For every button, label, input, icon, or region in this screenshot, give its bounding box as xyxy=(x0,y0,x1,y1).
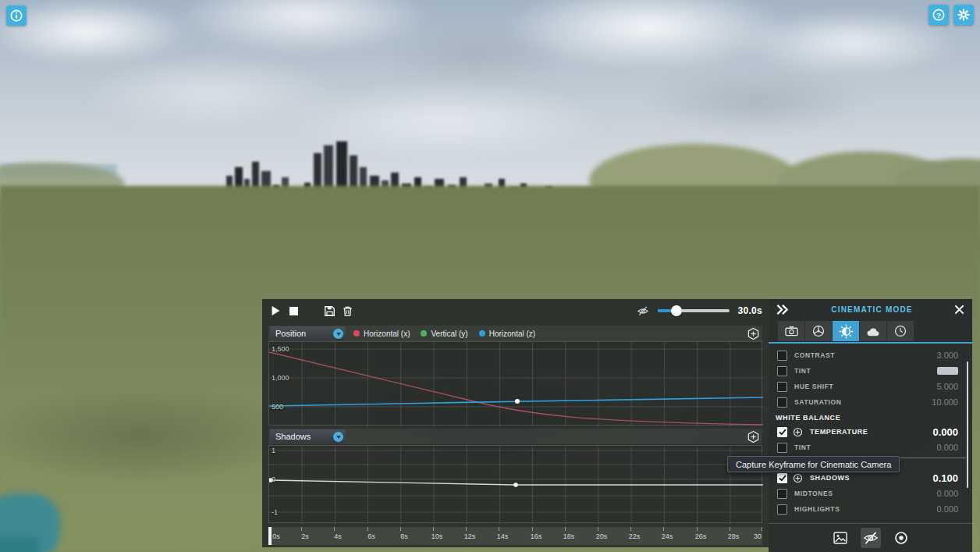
tab-effects[interactable] xyxy=(805,321,832,341)
image-icon xyxy=(833,531,848,545)
white-balance-header: WHITE BALANCE xyxy=(769,411,972,424)
capture-keyframe-button[interactable] xyxy=(891,528,911,548)
check-icon xyxy=(779,475,786,482)
time-tick-label: 0s xyxy=(272,532,280,540)
add-keyframe-button[interactable] xyxy=(746,326,760,340)
setting-label: CONTRAST xyxy=(794,351,835,359)
time-tick-label: 10s xyxy=(431,532,443,540)
tint-checkbox[interactable] xyxy=(777,366,787,376)
info-icon xyxy=(9,9,23,23)
setting-label: TINT xyxy=(794,443,811,451)
position-legend: Horizontal (x) Vertical (y) Horizontal (… xyxy=(353,329,535,338)
keyframe-record-icon[interactable] xyxy=(792,472,803,483)
time-tick-label: 6s xyxy=(368,532,375,540)
midtones-checkbox[interactable] xyxy=(777,489,787,499)
highlights-checkbox[interactable] xyxy=(777,504,787,515)
play-button[interactable] xyxy=(268,304,282,318)
double-chevron-right-icon xyxy=(775,304,790,315)
temperature-checkbox[interactable] xyxy=(777,427,787,437)
gear-icon xyxy=(957,8,971,22)
y-axis-tick: 1,000 xyxy=(272,374,289,382)
mode-tabs xyxy=(778,321,914,341)
hexagon-plus-icon xyxy=(747,430,760,443)
legend-label: Horizontal (z) xyxy=(489,329,535,338)
transport-bar: 30.0s xyxy=(262,299,769,322)
info-button[interactable] xyxy=(6,5,27,26)
duration-slider-handle[interactable] xyxy=(671,305,682,316)
y-axis-tick: 1,500 xyxy=(272,345,289,353)
dropdown-value: Position xyxy=(270,329,333,338)
tab-time[interactable] xyxy=(887,321,914,341)
shadows-track-dropdown[interactable]: Shadows xyxy=(270,429,346,443)
active-tab-underline xyxy=(769,342,972,344)
setting-row-saturation: SATURATION 10.000 xyxy=(769,394,972,410)
time-tick-label: 2s xyxy=(301,532,309,540)
setting-row-tint: TINT xyxy=(769,363,972,379)
y-axis-tick: -1 xyxy=(272,508,278,516)
panel-footer-buttons xyxy=(769,523,972,552)
setting-row-temperature: TEMPERATURE 0.000 xyxy=(769,424,972,440)
aperture-icon xyxy=(811,324,826,338)
time-tick-label: 26s xyxy=(695,532,707,540)
setting-row-shadows: SHADOWS 0.100 xyxy=(769,470,972,486)
tab-camera[interactable] xyxy=(778,321,804,341)
close-icon xyxy=(954,304,964,315)
tint-color-swatch[interactable] xyxy=(937,367,958,375)
tooltip: Capture Keyframe for Cinematic Camera xyxy=(727,456,900,472)
duration-slider[interactable] xyxy=(658,309,730,312)
shore-water xyxy=(0,537,39,552)
setting-value: 5.000 xyxy=(936,382,958,391)
screenshot-button[interactable] xyxy=(830,528,850,548)
tab-weather[interactable] xyxy=(860,321,886,341)
position-track-dropdown[interactable]: Position xyxy=(270,326,346,340)
save-icon xyxy=(324,305,336,317)
setting-label: SATURATION xyxy=(794,398,841,406)
y-axis-tick: 0 xyxy=(272,475,275,483)
shadows-checkbox[interactable] xyxy=(777,473,787,483)
legend-label: Horizontal (x) xyxy=(364,329,410,338)
timeline-ruler[interactable]: 0s 2s 4s 6s 8s 10s 12s 14s 16s 18s 20s 2… xyxy=(268,527,762,545)
setting-row-wb-tint: TINT 0.000 xyxy=(769,440,972,455)
setting-row-contrast: CONTRAST 3.000 xyxy=(769,347,972,363)
collapse-panel-button[interactable] xyxy=(773,302,792,318)
hue-shift-checkbox[interactable] xyxy=(777,382,787,392)
shadows-curve-plot[interactable]: 1 0 -1 xyxy=(268,445,762,523)
time-tick-label: 4s xyxy=(334,532,342,540)
add-keyframe-button[interactable] xyxy=(746,429,760,443)
y-axis-tick: 500 xyxy=(272,403,283,411)
setting-label: TINT xyxy=(794,367,811,375)
duration-controls: 30.0s xyxy=(636,304,769,318)
chevron-down-icon xyxy=(333,432,343,442)
stop-button[interactable] xyxy=(286,304,300,318)
position-curve-plot[interactable]: 1,500 1,000 500 xyxy=(268,341,762,426)
position-curves xyxy=(269,342,763,426)
legend-item: Horizontal (x) xyxy=(353,329,410,338)
saturation-checkbox[interactable] xyxy=(777,397,787,408)
brightness-contrast-icon xyxy=(839,324,854,339)
hide-ui-button[interactable] xyxy=(636,304,650,318)
hide-overlay-button[interactable] xyxy=(861,528,881,548)
setting-label: HIGHLIGHTS xyxy=(794,505,840,513)
contrast-checkbox[interactable] xyxy=(777,351,787,361)
delete-button[interactable] xyxy=(340,304,354,318)
legend-label: Vertical (y) xyxy=(431,329,467,338)
trash-icon xyxy=(342,305,353,317)
eye-off-icon xyxy=(637,304,649,317)
tab-color-adjustments[interactable] xyxy=(833,321,859,341)
panel-title: CINEMATIC MODE xyxy=(792,305,952,314)
help-button[interactable]: ? xyxy=(929,5,949,25)
panel-scrollbar[interactable] xyxy=(967,361,968,488)
setting-row-highlights: HIGHLIGHTS 0.000 xyxy=(769,501,972,517)
keyframe-record-icon[interactable] xyxy=(792,426,803,437)
legend-dot-x xyxy=(353,330,360,337)
close-button[interactable] xyxy=(952,303,966,317)
wb-tint-checkbox[interactable] xyxy=(777,443,787,453)
play-icon xyxy=(272,306,280,315)
cinematic-mode-panel: CINEMATIC MODE xyxy=(769,299,972,552)
save-button[interactable] xyxy=(322,304,336,318)
cloud-icon xyxy=(865,326,881,337)
time-tick-label: 8s xyxy=(400,532,408,540)
panel-header: CINEMATIC MODE xyxy=(769,299,972,320)
cinematic-timeline-panel: 30.0s Position Horizontal (x) Vertical (… xyxy=(262,299,769,547)
settings-button[interactable] xyxy=(953,5,974,25)
